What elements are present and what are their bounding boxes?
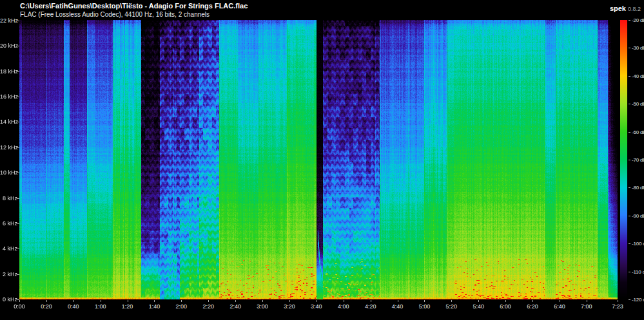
freq-tick-label: 2 kHz [0,271,17,278]
freq-tick [17,147,19,148]
db-tick-label: -20 dB [632,17,644,24]
app-name: spek [610,5,626,12]
time-tick [46,300,47,302]
time-tick-label: 5:00 [413,303,435,310]
time-tick [618,300,618,302]
freq-tick [17,249,19,249]
time-tick [101,300,101,302]
app-version: 0.8.2 [628,6,641,12]
db-tick [629,76,630,77]
time-tick-label: 3:40 [306,303,327,310]
freq-tick [17,274,19,275]
time-tick-label: 5:40 [467,303,489,310]
time-tick-label: 1:40 [143,303,165,310]
colorbar-canvas [620,20,627,299]
time-tick [317,300,317,302]
time-tick-label: 4:00 [333,303,355,310]
db-tick [629,243,630,244]
db-tick-label: -70 dB [632,157,644,164]
db-tick [629,160,630,160]
time-tick-label: 0:40 [63,303,84,310]
app-brand: spek0.8.2 [610,2,641,14]
time-tick-label: 5:20 [440,303,462,310]
freq-tick-label: 6 kHz [0,220,17,227]
time-tick [587,300,587,302]
db-tick-label: -110 dB [632,269,644,276]
time-tick-label: 4:20 [360,303,382,310]
freq-tick-label: 4 kHz [0,245,17,252]
format-info: FLAC (Free Lossless Audio Codec), 44100 … [20,11,210,18]
db-tick-label: -40 dB [632,73,644,80]
time-tick [532,300,533,302]
time-tick-label: 7:00 [576,303,598,310]
file-path: C:\Users\FatihGunes\Desktop\Tiësto - Ada… [20,2,248,10]
freq-tick-label: 16 kHz [0,93,17,100]
time-tick-label: 2:00 [170,303,192,310]
time-tick [181,300,182,302]
db-tick [629,20,630,21]
freq-tick-label: 14 kHz [0,118,17,125]
time-tick [344,300,344,302]
db-tick-label: -80 dB [632,185,644,191]
time-tick [371,300,371,302]
db-tick [629,48,630,48]
freq-tick [17,46,19,46]
freq-tick [17,97,19,97]
db-tick-label: -50 dB [632,101,644,108]
time-tick-label: 3:00 [251,303,273,310]
freq-tick-label: 0 kHz [0,296,17,303]
time-tick-label: 3:20 [278,303,300,310]
freq-tick-label: 18 kHz [0,68,17,75]
time-tick-label: 7:23 [607,303,629,310]
time-tick-label: 1:20 [117,303,139,310]
time-tick [208,300,209,302]
freq-tick-label: 22 kHz [0,17,17,24]
db-tick [629,272,630,272]
time-tick-label: 0:20 [35,303,57,310]
time-tick [73,300,74,302]
freq-tick [17,198,19,199]
time-tick [478,300,479,302]
freq-tick [17,71,19,72]
db-tick [629,132,630,133]
time-tick-label: 6:40 [549,303,571,310]
time-tick [128,300,128,302]
db-tick [629,104,630,104]
time-tick [451,300,452,302]
spek-window: C:\Users\FatihGunes\Desktop\Tiësto - Ada… [0,0,644,320]
spectrogram-canvas [19,20,618,299]
db-tick [629,187,630,188]
db-tick-label: -100 dB [632,241,644,247]
db-tick [629,299,630,300]
time-tick-label: 2:40 [224,303,246,310]
freq-tick [17,223,19,224]
db-tick [629,216,630,216]
freq-tick-label: 10 kHz [0,169,17,176]
db-tick-label: -60 dB [632,129,644,136]
time-tick [289,300,290,302]
time-tick [398,300,398,302]
time-tick-label: 1:00 [90,303,112,310]
db-tick-label: -120 dB [632,297,644,303]
freq-tick [17,122,19,122]
time-tick-label: 4:40 [387,303,409,310]
time-tick [560,300,560,302]
time-tick [424,300,425,302]
freq-tick-label: 20 kHz [0,42,17,49]
time-tick-label: 0:00 [8,303,30,310]
time-tick [262,300,263,302]
freq-tick [17,173,19,173]
time-tick [154,300,155,302]
db-tick-label: -90 dB [632,213,644,220]
time-tick [235,300,236,302]
time-tick-label: 2:20 [197,303,219,310]
time-tick [505,300,506,302]
freq-tick-label: 12 kHz [0,144,17,151]
time-tick-label: 6:00 [494,303,516,310]
time-tick-label: 6:20 [522,303,543,310]
time-tick [19,300,20,302]
db-tick-label: -30 dB [632,45,644,52]
freq-tick-label: 8 kHz [0,195,17,202]
freq-tick [17,21,19,21]
